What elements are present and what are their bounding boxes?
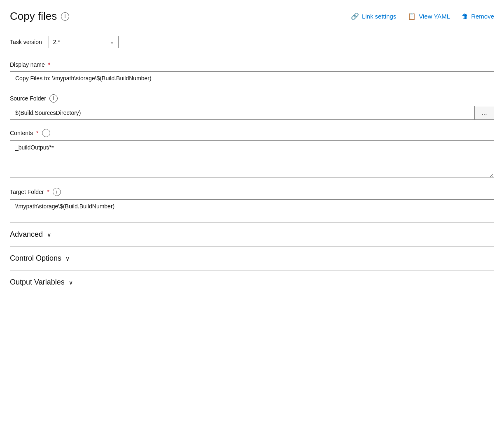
page-title: Copy files (10, 10, 57, 23)
task-version-row: Task version 2.* ⌄ (10, 36, 494, 48)
target-folder-input[interactable] (10, 199, 494, 213)
contents-section: Contents * i _buildOutput/** (10, 129, 494, 179)
version-select-value: 2.* (53, 39, 60, 45)
source-folder-label: Source Folder (10, 95, 46, 102)
output-variables-header[interactable]: Output Variables ∨ (10, 278, 494, 287)
contents-textarea[interactable]: _buildOutput/** (10, 140, 494, 177)
control-options-chevron-icon: ∨ (65, 255, 70, 262)
remove-label: Remove (471, 13, 494, 20)
view-yaml-label: View YAML (419, 13, 450, 20)
target-folder-section: Target Folder * i (10, 188, 494, 213)
title-area: Copy files i (10, 10, 69, 23)
source-folder-browse-button[interactable]: ... (474, 106, 494, 120)
contents-required: * (36, 130, 38, 136)
header-actions: Link settings View YAML Remove (351, 12, 494, 21)
source-folder-info-icon[interactable]: i (49, 94, 58, 103)
source-folder-input-row: ... (10, 106, 494, 120)
version-select-dropdown[interactable]: 2.* ⌄ (49, 36, 119, 48)
target-folder-required: * (47, 189, 49, 195)
contents-label-row: Contents * i (10, 129, 494, 137)
version-chevron-icon: ⌄ (110, 39, 114, 45)
link-settings-label: Link settings (362, 13, 396, 20)
display-name-section: Display name * (10, 61, 494, 85)
source-folder-label-row: Source Folder i (10, 94, 494, 103)
yaml-icon (408, 12, 416, 21)
target-folder-info-icon[interactable]: i (53, 188, 61, 196)
ellipsis-icon: ... (481, 109, 487, 117)
title-info-icon[interactable]: i (61, 12, 69, 21)
link-icon (351, 12, 359, 21)
display-name-label: Display name (10, 61, 45, 68)
remove-icon (462, 12, 468, 21)
advanced-chevron-icon: ∨ (47, 231, 51, 238)
contents-label: Contents (10, 130, 33, 136)
control-options-header[interactable]: Control Options ∨ (10, 254, 494, 263)
output-variables-chevron-icon: ∨ (69, 279, 73, 286)
view-yaml-button[interactable]: View YAML (408, 12, 450, 21)
source-folder-input[interactable] (10, 106, 474, 120)
display-name-required: * (48, 61, 50, 68)
control-options-section: Control Options ∨ (10, 246, 494, 270)
target-folder-label-row: Target Folder * i (10, 188, 494, 196)
control-options-title: Control Options (10, 254, 61, 263)
task-version-label: Task version (10, 39, 42, 45)
advanced-section: Advanced ∨ (10, 222, 494, 246)
advanced-title: Advanced (10, 230, 43, 239)
link-settings-button[interactable]: Link settings (351, 12, 396, 21)
output-variables-section: Output Variables ∨ (10, 270, 494, 294)
advanced-header[interactable]: Advanced ∨ (10, 230, 494, 239)
output-variables-title: Output Variables (10, 278, 65, 287)
contents-info-icon[interactable]: i (42, 129, 50, 137)
remove-button[interactable]: Remove (462, 12, 494, 21)
page-header: Copy files i Link settings View YAML Rem… (10, 10, 494, 23)
target-folder-label: Target Folder (10, 189, 44, 195)
display-name-label-row: Display name * (10, 61, 494, 68)
source-folder-section: Source Folder i ... (10, 94, 494, 120)
display-name-input[interactable] (10, 71, 494, 85)
